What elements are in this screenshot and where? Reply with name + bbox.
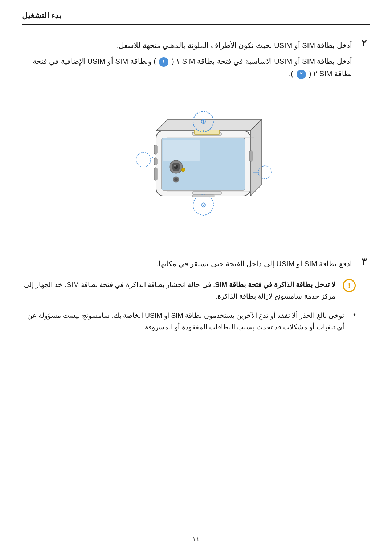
bullet2-text: توخى بالغ الحذر ألا تفقد أو تدع الآخرين … (22, 310, 344, 333)
svg-point-23 (136, 152, 151, 167)
page-header: بدء التشغيل (22, 11, 370, 25)
svg-rect-22 (249, 151, 252, 161)
step3-section: ٣ ادفع بطاقة SIM أو USIM إلى داخل الفتحة… (22, 258, 370, 270)
step2-text-line1: أدخل بطاقة SIM أو USIM بحيث تكون الأطراف… (22, 39, 352, 52)
bullet2-row: • توخى بالغ الحذر ألا تفقد أو تدع الآخري… (22, 310, 356, 333)
step2-number: ٢ (358, 38, 370, 49)
bullet1-row: ! لا تدخل بطاقة الذاكرة في فتحة بطاقة SI… (22, 279, 356, 303)
bullet1-text: لا تدخل بطاقة الذاكرة في فتحة بطاقة SIM.… (22, 279, 335, 303)
badge-2: ٢ (297, 70, 306, 79)
warning-icon: ! (343, 279, 356, 292)
svg-text:①: ① (201, 119, 206, 125)
bullet2-section: • توخى بالغ الحذر ألا تفقد أو تدع الآخري… (22, 310, 370, 333)
svg-point-9 (181, 168, 185, 172)
svg-rect-15 (192, 192, 221, 194)
svg-point-8 (174, 178, 178, 181)
header-title: بدء التشغيل (22, 11, 61, 20)
svg-rect-2 (163, 140, 200, 161)
svg-rect-27 (192, 195, 214, 197)
svg-point-6 (174, 165, 176, 167)
page-container: بدء التشغيل ٢ أدخل بطاقة SIM أو USIM بحي… (0, 0, 392, 554)
phone-diagram: ① ② (91, 98, 301, 236)
diagram-container: ① ② (22, 91, 370, 243)
svg-text:②: ② (201, 202, 206, 208)
bullet1-section: ! لا تدخل بطاقة الذاكرة في فتحة بطاقة SI… (22, 279, 370, 303)
badge-1: ١ (159, 57, 168, 67)
svg-rect-19 (154, 145, 157, 154)
bullet2-dot: • (348, 311, 356, 319)
svg-line-24 (151, 156, 154, 160)
step2-section: ٢ أدخل بطاقة SIM أو USIM بحيث تكون الأطر… (22, 39, 370, 80)
step3-number: ٣ (358, 256, 370, 267)
step3-row: ٣ ادفع بطاقة SIM أو USIM إلى داخل الفتحة… (22, 258, 370, 270)
step2-text-line2: أدخل بطاقة SIM أو USIM الأساسية في فتحة … (22, 55, 352, 80)
page-number: ١١ (192, 535, 200, 543)
step3-text: ادفع بطاقة SIM أو USIM إلى داخل الفتحة ح… (22, 258, 352, 270)
svg-rect-21 (154, 168, 157, 180)
step2-row: ٢ أدخل بطاقة SIM أو USIM بحيث تكون الأطر… (22, 39, 370, 52)
svg-rect-20 (154, 158, 157, 165)
